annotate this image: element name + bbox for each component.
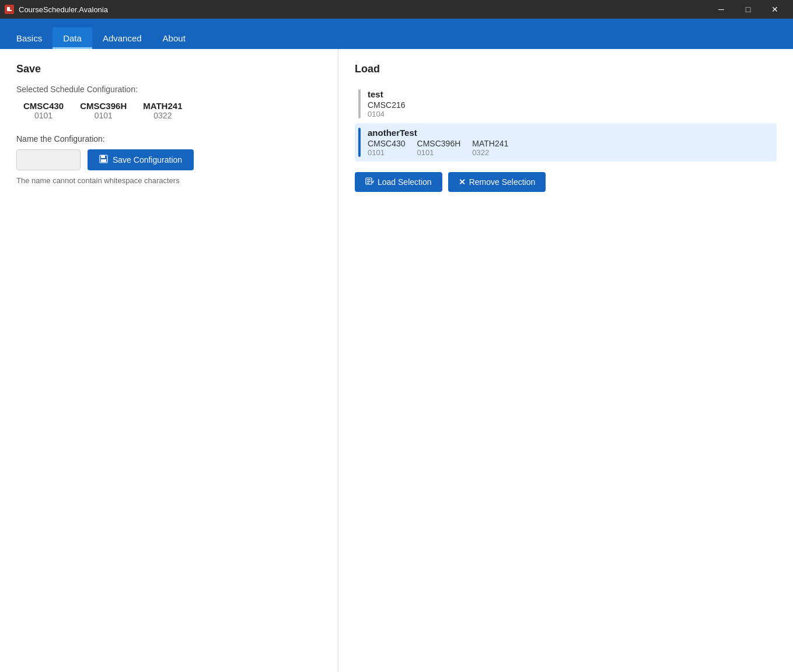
load-course-test-1: CMSC216 0104 [368,100,406,118]
load-item-courses-anothertest: CMSC430 0101 CMSC396H 0101 MATH241 0322 [368,139,508,157]
save-icon [99,155,108,165]
course-section-1: 0101 [34,111,53,120]
svg-rect-8 [367,181,371,182]
load-selection-button[interactable]: Load Selection [355,172,442,192]
tab-data[interactable]: Data [53,27,92,49]
tab-about[interactable]: About [152,27,196,49]
app-title: CourseScheduler.Avalonia [19,5,108,14]
load-course-code-test-1: CMSC216 [368,100,406,110]
title-bar-left: CourseScheduler.Avalonia [5,5,108,14]
load-item-accent-anothertest [358,128,361,157]
course-code-2: CMSC396H [80,101,127,111]
load-item-accent-test [358,89,361,118]
config-name-input[interactable] [16,149,81,170]
load-selection-icon [365,177,374,187]
title-bar-controls: ─ □ ✕ [708,0,788,19]
nav-bar: Basics Data Advanced About [0,19,793,49]
load-item-body-test: test CMSC216 0104 [368,89,406,118]
minimize-button[interactable]: ─ [708,0,735,19]
course-code-1: CMSC430 [23,101,64,111]
load-item-courses-test: CMSC216 0104 [368,100,406,118]
load-item-name-test: test [368,89,406,99]
load-course-anothertest-1: CMSC430 0101 [368,139,406,157]
remove-selection-icon: ✕ [459,177,466,187]
load-course-code-anothertest-2: CMSC396H [417,139,461,148]
title-bar: CourseScheduler.Avalonia ─ □ ✕ [0,0,793,19]
svg-rect-7 [367,179,371,180]
selected-config-label: Selected Schedule Configuration: [16,85,322,94]
load-course-section-test-1: 0104 [368,110,406,118]
course-section-3: 0322 [153,111,172,120]
load-course-anothertest-3: MATH241 0322 [472,139,508,157]
name-config-row: Save Configuration [16,149,322,170]
course-section-2: 0101 [95,111,113,120]
load-course-code-anothertest-3: MATH241 [472,139,508,148]
name-config-label: Name the Configuration: [16,134,322,144]
maximize-button[interactable]: □ [735,0,761,19]
save-button-label: Save Configuration [113,155,182,164]
load-selection-label: Load Selection [378,177,432,187]
course-item-1: CMSC430 0101 [23,101,64,120]
load-item-body-anothertest: anotherTest CMSC430 0101 CMSC396H 0101 M… [368,128,508,157]
course-code-3: MATH241 [143,101,182,111]
save-panel: Save Selected Schedule Configuration: CM… [0,49,338,672]
save-section-title: Save [16,63,322,75]
svg-rect-2 [7,10,12,11]
load-section-title: Load [355,63,777,75]
load-list: test CMSC216 0104 anotherTest [355,85,777,162]
load-panel: Load test CMSC216 0104 [338,49,793,672]
tab-advanced[interactable]: Advanced [92,27,152,49]
course-item-2: CMSC396H 0101 [80,101,127,120]
close-button[interactable]: ✕ [761,0,788,19]
load-actions: Load Selection ✕ Remove Selection [355,172,777,192]
load-course-section-anothertest-1: 0101 [368,148,406,157]
course-item-3: MATH241 0322 [143,101,182,120]
svg-rect-5 [101,159,106,162]
load-item-test[interactable]: test CMSC216 0104 [355,85,777,123]
app-icon [5,5,14,14]
remove-selection-label: Remove Selection [469,177,536,187]
load-course-code-anothertest-1: CMSC430 [368,139,406,148]
load-course-section-anothertest-3: 0322 [472,148,508,157]
load-item-anothertest[interactable]: anotherTest CMSC430 0101 CMSC396H 0101 M… [355,123,777,162]
load-course-anothertest-2: CMSC396H 0101 [417,139,461,157]
main-content: Save Selected Schedule Configuration: CM… [0,49,793,672]
selected-courses-grid: CMSC430 0101 CMSC396H 0101 MATH241 0322 [16,101,322,120]
tab-basics[interactable]: Basics [6,27,53,49]
warning-text: The name cannot contain whitespace chara… [16,176,322,185]
svg-rect-4 [101,155,105,158]
remove-selection-button[interactable]: ✕ Remove Selection [448,172,546,192]
svg-rect-9 [367,183,369,184]
load-course-section-anothertest-2: 0101 [417,148,461,157]
save-configuration-button[interactable]: Save Configuration [88,149,194,170]
load-item-name-anothertest: anotherTest [368,128,508,138]
